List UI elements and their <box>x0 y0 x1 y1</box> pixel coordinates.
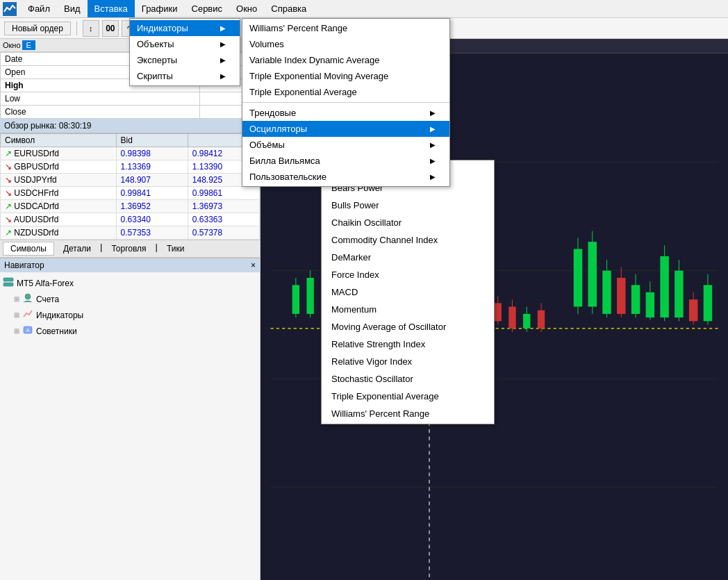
indicator-williams-percent-range[interactable]: Williams' Percent Range <box>242 20 449 36</box>
submenu-arrow-icon: ▶ <box>430 125 436 133</box>
plus-icon: ⊞ <box>14 295 19 303</box>
indicator-custom[interactable]: Пользовательские ▶ <box>242 169 449 185</box>
market-row[interactable]: ↘ AUDUSDrfd 0.63340 0.63363 <box>1 213 260 226</box>
menu-view[interactable]: Вид <box>57 0 88 17</box>
advisors-icon: A <box>22 324 33 338</box>
window-tab-e[interactable]: E <box>22 40 35 50</box>
osc-commodity-channel-index[interactable]: Commodity Channel Index <box>322 231 494 249</box>
server-label: MT5 Alfa-Forex <box>17 279 74 288</box>
window-label: Окно <box>3 41 21 49</box>
indicator-volumes[interactable]: Volumes <box>242 36 449 52</box>
market-row[interactable]: ↘ USDCHFrfd 0.99841 0.99861 <box>1 187 260 200</box>
table-row: Low <box>1 92 260 106</box>
osc-demarker[interactable]: DeMarker <box>322 249 494 266</box>
navigator: Навигатор × MT5 Alfa-Forex ⊞ Счета <box>0 258 260 580</box>
market-bid: 0.99841 <box>116 187 188 200</box>
market-table: Символ Bid ↗ EURUSDrfd 0.98398 0.98412 ↘… <box>0 133 260 240</box>
low-label: Low <box>1 92 200 106</box>
osc-macd[interactable]: MACD <box>322 283 494 301</box>
table-row: Close <box>1 106 260 119</box>
menu-help[interactable]: Справка <box>264 0 313 17</box>
accounts-icon <box>22 292 33 306</box>
market-symbol: ↘ USDJPYrfd <box>1 174 117 187</box>
market-bid: 0.57353 <box>116 226 188 240</box>
market-row[interactable]: ↘ GBPUSDrfd 1.13369 1.13390 <box>1 160 260 174</box>
market-ask: 0.63363 <box>188 213 259 226</box>
menu-bar: Файл Вид Вставка Графики Сервис Окно Спр… <box>0 0 728 18</box>
osc-stochastic-oscillator[interactable]: Stochastic Oscillator <box>322 370 494 388</box>
svg-text:A: A <box>26 328 30 333</box>
market-bid: 0.98398 <box>116 147 188 160</box>
tab-trading[interactable]: Торговля <box>104 242 154 256</box>
indicator-tea[interactable]: Triple Exponential Average <box>242 84 449 100</box>
direction-icon: ↘ <box>5 162 12 172</box>
indicator-volumes2[interactable]: Объёмы ▶ <box>242 137 449 153</box>
tab-ticks[interactable]: Тики <box>159 242 192 256</box>
menu-charts[interactable]: Графики <box>135 0 185 17</box>
nav-item-server[interactable]: MT5 Alfa-Forex <box>3 275 257 291</box>
market-symbol: ↘ USDCHFrfd <box>1 187 117 200</box>
direction-icon: ↗ <box>5 201 12 211</box>
osc-rsi[interactable]: Relative Strength Index <box>322 335 494 353</box>
tab-details[interactable]: Детали <box>56 242 99 256</box>
osc-bulls-power[interactable]: Bulls Power <box>322 197 494 214</box>
menu-separator <box>242 102 449 103</box>
menu-scripts[interactable]: Скрипты ▶ <box>130 68 240 84</box>
indicator-vida[interactable]: Variable Index Dynamic Average <box>242 52 449 68</box>
indicator-oscillators[interactable]: Осцилляторы ▶ <box>242 121 449 137</box>
market-bid: 148.907 <box>116 174 188 187</box>
toolbar-chart-btn[interactable]: 00 <box>102 20 119 37</box>
market-symbol: ↗ NZDUSDrfd <box>1 226 117 240</box>
menu-indicators[interactable]: Индикаторы ▶ <box>130 20 240 36</box>
close-label: Close <box>1 106 200 119</box>
osc-momentum[interactable]: Momentum <box>322 301 494 318</box>
menu-service[interactable]: Сервис <box>185 0 230 17</box>
accounts-label: Счета <box>36 295 59 304</box>
market-symbol: ↘ AUDUSDrfd <box>1 213 117 226</box>
tab-symbols[interactable]: Символы <box>3 242 54 256</box>
menu-experts[interactable]: Эксперты ▶ <box>130 52 240 68</box>
nav-item-indicators[interactable]: ⊞ Индикаторы <box>3 307 257 323</box>
toolbar-sort-btn[interactable]: ↕ <box>83 20 99 37</box>
osc-relative-vigor-index[interactable]: Relative Vigor Index <box>322 353 494 370</box>
indicator-bill-williams[interactable]: Билла Вильямса ▶ <box>242 153 449 169</box>
direction-icon: ↘ <box>5 175 12 185</box>
submenu-arrow-icon: ▶ <box>430 157 436 165</box>
menu-objects[interactable]: Объекты ▶ <box>130 36 240 52</box>
direction-icon: ↘ <box>5 188 12 198</box>
submenu-arrow-icon: ▶ <box>220 72 226 80</box>
indicator-tema[interactable]: Triple Exponential Moving Average <box>242 68 449 84</box>
market-row[interactable]: ↗ NZDUSDrfd 0.57353 0.57378 <box>1 226 260 240</box>
market-row[interactable]: ↗ USDCADrfd 1.36952 1.36973 <box>1 200 260 213</box>
nav-item-accounts[interactable]: ⊞ Счета <box>3 291 257 307</box>
oscillators-submenu: Average True Range Bears Power Bulls Pow… <box>321 160 495 424</box>
svg-rect-2 <box>3 283 13 286</box>
market-symbol: ↗ USDCADrfd <box>1 200 117 213</box>
osc-williams-percent-range[interactable]: Williams' Percent Range <box>322 405 494 422</box>
market-bid: 0.63340 <box>116 213 188 226</box>
market-overview-header: Обзор рынка: 08:30:19 <box>0 119 260 133</box>
osc-triple-exponential-average[interactable]: Triple Exponential Average <box>322 388 494 405</box>
navigator-close-icon[interactable]: × <box>251 260 256 270</box>
navigator-title: Навигатор <box>4 260 44 270</box>
nav-item-advisors[interactable]: ⊞ A Советники <box>3 323 257 339</box>
market-row[interactable]: ↘ USDJPYrfd 148.907 148.925 <box>1 174 260 187</box>
menu-insert[interactable]: Вставка <box>88 0 135 17</box>
nav-tree: MT5 Alfa-Forex ⊞ Счета ⊞ Индикаторы <box>0 272 260 342</box>
new-order-button[interactable]: Новый ордер <box>4 22 71 35</box>
app-logo <box>3 2 17 16</box>
indicator-trend[interactable]: Трендовые ▶ <box>242 105 449 121</box>
direction-icon: ↗ <box>5 228 12 238</box>
server-icon <box>3 276 14 290</box>
insert-submenu: Индикаторы ▶ Объекты ▶ Эксперты ▶ Скрипт… <box>129 18 240 86</box>
svg-point-3 <box>25 294 31 299</box>
osc-chaikin-oscillator[interactable]: Chaikin Oscillator <box>322 214 494 231</box>
svg-rect-1 <box>3 278 13 281</box>
market-row[interactable]: ↗ EURUSDrfd 0.98398 0.98412 <box>1 147 260 160</box>
menu-file[interactable]: Файл <box>21 0 57 17</box>
dropdown-container: Индикаторы ▶ Объекты ▶ Эксперты ▶ Скрипт… <box>129 18 240 86</box>
indicators-label: Индикаторы <box>36 310 83 320</box>
osc-force-index[interactable]: Force Index <box>322 266 494 283</box>
menu-window[interactable]: Окно <box>229 0 264 17</box>
osc-moving-average-oscillator[interactable]: Moving Average of Oscillator <box>322 318 494 335</box>
